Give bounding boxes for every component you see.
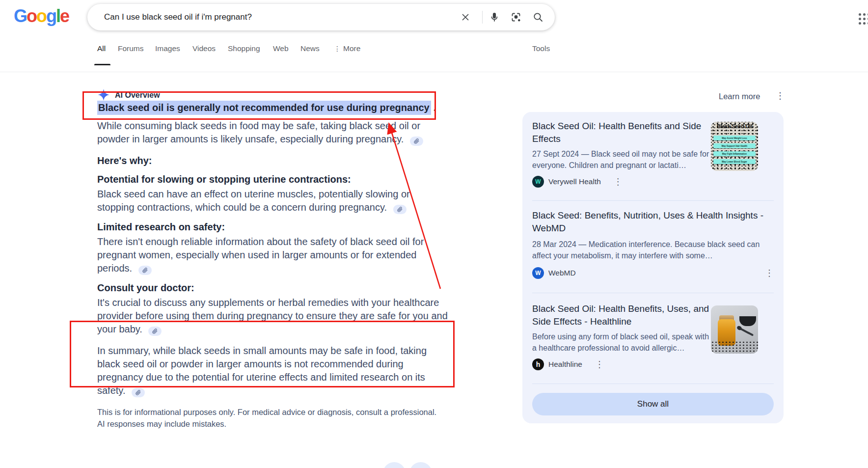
source-card-title[interactable]: Black Seed: Benefits, Nutrition, Uses & …	[532, 209, 774, 235]
logo-letter: o	[36, 6, 46, 27]
tab-forums[interactable]: Forums	[118, 44, 144, 53]
tab-all[interactable]: All	[97, 44, 106, 53]
search-submit-icon[interactable]	[532, 11, 544, 23]
logo-letter: e	[60, 6, 69, 27]
logo-letter: g	[46, 6, 56, 27]
tab-more-label: More	[343, 44, 360, 53]
section-paragraph: There isn't enough reliable information …	[97, 235, 448, 275]
thumbnail-title: Black Seed Oil	[711, 123, 758, 129]
source-card-snippet: Before using any form of black seed oil,…	[532, 331, 715, 354]
source-name: WebMD	[548, 269, 576, 277]
disclaimer-line: This is for informational purposes only.…	[97, 406, 448, 418]
selected-tab-underline	[94, 64, 110, 65]
google-logo[interactable]: Google	[14, 6, 69, 27]
paperclip-icon	[397, 207, 403, 212]
tools-button[interactable]: Tools	[532, 44, 550, 53]
clear-search-icon[interactable]	[460, 11, 471, 23]
black-seeds-texture	[711, 341, 758, 354]
banner-label: May Support Hair Health	[713, 143, 756, 148]
card-divider	[532, 384, 774, 384]
section-text: Black seed can have an effect on uterine…	[97, 189, 410, 213]
learn-more-link[interactable]: Learn more	[719, 92, 760, 101]
card-divider	[532, 200, 774, 201]
thumbnail-banners: May Assist Weight Loss May Support Hair …	[713, 133, 756, 164]
source-attribution[interactable]: W WebMD ⋮	[532, 267, 774, 279]
search-bar-divider	[482, 11, 483, 24]
disclaimer-line: AI responses may include mistakes.	[97, 418, 448, 430]
source-attribution[interactable]: h Healthline ⋮	[532, 358, 604, 370]
seed-bowl-image	[739, 316, 756, 326]
banner-label: May Lower Blood Sugar	[713, 159, 756, 164]
summary-text: In summary, while black seeds in small a…	[97, 345, 427, 396]
google-lens-icon[interactable]	[510, 11, 522, 23]
verywell-health-logo: W	[532, 176, 544, 188]
highlighted-lead-sentence: Black seed oil is generally not recommen…	[97, 101, 431, 115]
lead-period: .	[434, 102, 436, 113]
section-heading: Consult your doctor:	[97, 281, 448, 295]
voice-search-mic-icon[interactable]	[488, 11, 500, 23]
source-attribution[interactable]: W Verywell Health ⋮	[532, 176, 623, 188]
section-paragraph: It's crucial to discuss any supplements …	[97, 296, 448, 336]
source-card-title[interactable]: Black Seed Oil: Health Benefits and Side…	[532, 120, 715, 145]
source-link-chip[interactable]	[410, 137, 423, 146]
tab-web[interactable]: Web	[273, 44, 289, 53]
ai-overview-body: Black seed oil is generally not recommen…	[97, 96, 448, 430]
card-menu-icon[interactable]: ⋮	[614, 177, 623, 186]
section-paragraph: Black seed can have an effect on uterine…	[97, 188, 448, 214]
google-search-results-page: Google Can I use black seed oil if i'm p…	[0, 0, 868, 468]
ai-disclaimer: This is for informational purposes only.…	[97, 406, 448, 430]
card-divider	[532, 293, 774, 293]
source-card-snippet: 27 Sept 2024 — Black seed oil may not be…	[532, 148, 715, 171]
source-name: Healthline	[548, 360, 582, 369]
google-apps-grid-icon[interactable]	[859, 13, 868, 26]
logo-letter: o	[27, 6, 36, 27]
intro-paragraph: While consuming black seeds in food may …	[97, 119, 448, 146]
tab-videos[interactable]: Videos	[192, 44, 216, 53]
source-name: Verywell Health	[548, 177, 601, 186]
show-all-button[interactable]: Show all	[532, 393, 774, 415]
section-heading: Potential for slowing or stopping uterin…	[97, 173, 448, 186]
tab-shopping[interactable]: Shopping	[228, 44, 260, 53]
source-card-snippet: 28 Mar 2024 — Medication interference. B…	[532, 239, 774, 261]
more-kebab-icon: ⋮	[334, 45, 341, 53]
source-card-thumbnail[interactable]	[711, 305, 758, 354]
search-bar[interactable]: Can I use black seed oil if i'm pregnant…	[87, 4, 555, 30]
tab-images[interactable]: Images	[155, 44, 180, 53]
paperclip-icon	[136, 390, 141, 395]
sources-panel: Black Seed Oil: Health Benefits and Side…	[522, 112, 784, 423]
source-link-chip[interactable]	[138, 266, 152, 275]
paperclip-icon	[152, 329, 158, 334]
webmd-logo: W	[532, 267, 544, 279]
card-menu-icon[interactable]: ⋮	[595, 360, 604, 369]
intro-text: While consuming black seeds in food may …	[97, 120, 420, 144]
source-card-thumbnail[interactable]: Black Seed Oil May Assist Weight Loss Ma…	[711, 122, 758, 171]
lead-sentence-line: Black seed oil is generally not recommen…	[97, 101, 448, 115]
header-divider	[0, 72, 868, 72]
tab-more[interactable]: ⋮More	[334, 44, 360, 53]
search-input[interactable]: Can I use black seed oil if i'm pregnant…	[104, 4, 252, 30]
logo-letter: l	[56, 6, 60, 27]
source-link-chip[interactable]	[393, 205, 407, 214]
healthline-logo: h	[532, 358, 544, 370]
banner-label: May Fight Inflammation	[713, 151, 756, 156]
ai-overview-menu-icon[interactable]: ⋮	[776, 91, 785, 100]
thumbs-up-button[interactable]	[383, 462, 406, 468]
source-link-chip[interactable]	[132, 388, 145, 397]
source-card-title[interactable]: Black Seed Oil: Health Benefits, Uses, a…	[532, 303, 715, 328]
tab-news[interactable]: News	[300, 44, 320, 53]
card-menu-icon[interactable]: ⋮	[765, 269, 774, 277]
why-heading: Here's why:	[97, 154, 448, 167]
source-link-chip[interactable]	[148, 327, 162, 336]
paperclip-icon	[414, 138, 419, 144]
spoon-image	[740, 328, 754, 336]
banner-label: May Assist Weight Loss	[713, 136, 756, 140]
thumbs-down-button[interactable]	[409, 462, 432, 468]
section-heading: Limited research on safety:	[97, 220, 448, 234]
logo-letter: G	[14, 6, 27, 27]
summary-paragraph: In summary, while black seeds in small a…	[97, 344, 448, 397]
paperclip-icon	[142, 268, 148, 273]
